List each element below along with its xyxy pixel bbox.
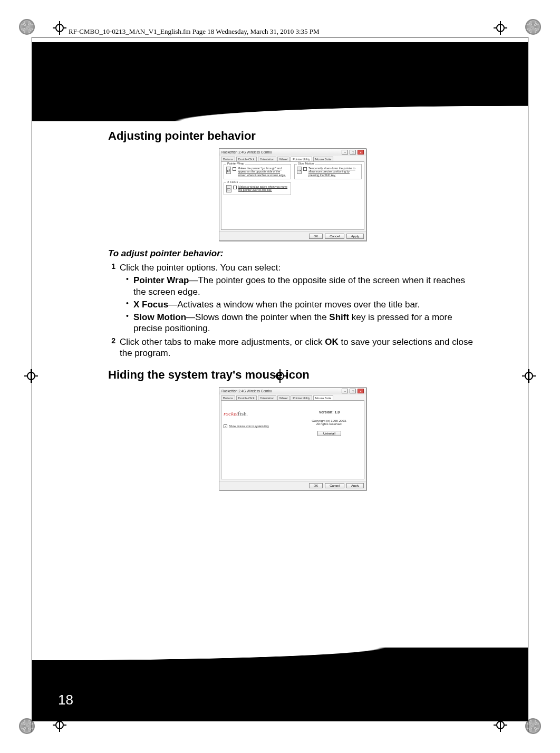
tab-buttons[interactable]: Buttons [221, 157, 235, 161]
tab-pointer-utility[interactable]: Pointer Utility [291, 395, 312, 400]
x-focus-checkbox[interactable] [233, 186, 237, 189]
group-label: Slow Motion [297, 162, 315, 165]
close-icon[interactable]: × [358, 389, 364, 393]
group-x-focus: X Focus ▭ Makes a window active when you… [224, 182, 291, 195]
trim-left [32, 37, 32, 732]
x-focus-desc: Makes a window active when you move the … [238, 185, 288, 192]
tab-wheel[interactable]: Wheel [277, 395, 290, 400]
dialog-mouse-suite: Rocketfish 2.4G Wireless Combo – □ × But… [219, 387, 366, 490]
step-text: Click other tabs to make more adjustment… [120, 336, 477, 359]
ok-button[interactable]: OK [309, 483, 323, 488]
page-number: 18 [58, 692, 73, 708]
show-icon-checkbox[interactable] [224, 424, 227, 428]
close-icon[interactable]: × [358, 150, 364, 155]
apply-button[interactable]: Apply [346, 483, 364, 488]
minimize-icon[interactable]: – [342, 389, 348, 393]
bullet-text: Pointer Wrap—The pointer goes to the opp… [133, 275, 477, 297]
heading-adjusting: Adjusting pointer behavior [108, 129, 477, 143]
group-slow-motion: Slow Motion ⇢ Temporarily slows down the… [294, 164, 362, 179]
bullet-icon: • [126, 312, 133, 334]
dialog-title: Rocketfish 2.4G Wireless Combo [221, 150, 272, 154]
tab-buttons[interactable]: Buttons [221, 395, 235, 400]
subheading-adjust: To adjust pointer behavior: [108, 248, 477, 259]
tab-doubleclick[interactable]: Double-Click [236, 395, 257, 400]
dialog-tabs: Buttons Double-Click Orientation Wheel P… [219, 156, 366, 161]
tab-orientation[interactable]: Orientation [258, 395, 276, 400]
version-label: Version: 1.0 [319, 410, 340, 414]
dialog-title: Rocketfish 2.4G Wireless Combo [221, 389, 272, 393]
maximize-icon[interactable]: □ [350, 389, 356, 393]
step-text: Click the pointer options. You can selec… [120, 262, 477, 273]
ok-button[interactable]: OK [309, 234, 323, 239]
cancel-button[interactable]: Cancel [325, 234, 344, 239]
running-header: RF-CMBO_10-0213_MAN_V1_English.fm Page 1… [69, 27, 528, 36]
reg-mark [19, 19, 35, 35]
slow-motion-icon: ⇢ [297, 167, 302, 174]
minimize-icon[interactable]: – [342, 150, 348, 155]
apply-button[interactable]: Apply [346, 234, 364, 239]
slow-motion-checkbox[interactable] [303, 167, 307, 171]
show-icon-label: Show mouse icon in system tray [229, 424, 269, 428]
crop-mark [522, 369, 536, 383]
slow-motion-desc: Temporarily slows down the pointer to al… [308, 167, 359, 177]
cancel-button[interactable]: Cancel [325, 483, 344, 488]
window-buttons: – □ × [341, 389, 364, 393]
pointer-wrap-checkbox[interactable] [233, 167, 236, 171]
group-label: X Focus [226, 180, 239, 184]
tab-mouse-suite[interactable]: Mouse Suite [313, 395, 334, 400]
crop-mark [24, 369, 38, 383]
step-number: 2 [108, 336, 120, 359]
bullet-icon: • [126, 299, 133, 310]
uninstall-button[interactable]: Uninstall [317, 431, 341, 436]
bullet-text: X Focus—Activates a window when the poin… [133, 299, 477, 310]
maximize-icon[interactable]: □ [350, 150, 356, 155]
bullet-text: Slow Motion—Slows down the pointer when … [133, 312, 477, 334]
tab-mouse-suite[interactable]: Mouse Suite [313, 157, 334, 161]
tab-doubleclick[interactable]: Double-Click [236, 157, 257, 161]
header-band [32, 42, 528, 121]
trim-right [528, 37, 528, 732]
group-label: Pointer Wrap [226, 162, 245, 165]
tab-wheel[interactable]: Wheel [277, 157, 290, 161]
crop-mark [53, 21, 66, 35]
dialog-pointer-utility: Rocketfish 2.4G Wireless Combo – □ × But… [219, 148, 366, 241]
footer-band [32, 648, 528, 721]
rocketfish-logo: rocketfish. [224, 410, 288, 417]
heading-hiding: Hiding the system tray's mouse icon [108, 368, 477, 382]
x-focus-icon: ▭ [226, 185, 231, 192]
group-pointer-wrap: Pointer Wrap ⇄ Makes the pointer "go thr… [224, 164, 291, 179]
step-number: 1 [108, 262, 120, 273]
tab-pointer-utility[interactable]: Pointer Utility [291, 157, 312, 161]
header-rule [32, 37, 528, 37]
window-buttons: – □ × [341, 150, 364, 155]
pointer-wrap-icon: ⇄ [226, 167, 231, 174]
tab-orientation[interactable]: Orientation [258, 157, 276, 161]
copyright-text: Copyright (c) 1998-2003. All rights rese… [297, 419, 362, 426]
dialog-tabs: Buttons Double-Click Orientation Wheel P… [219, 394, 366, 400]
bullet-icon: • [126, 275, 133, 297]
pointer-wrap-desc: Makes the pointer "go through" and appea… [238, 167, 288, 177]
